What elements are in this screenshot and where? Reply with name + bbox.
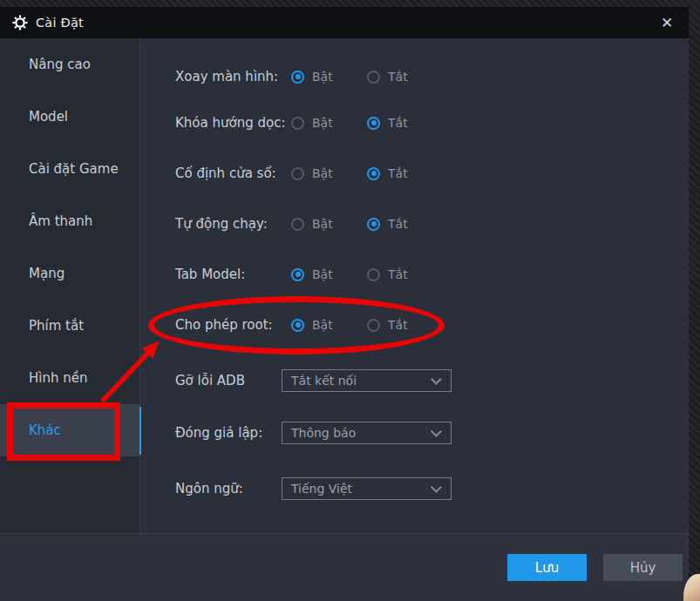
setting-row-go-loi-adb: Gỡ lỗi ADB Tắt kết nối bbox=[141, 369, 689, 392]
setting-row-tab-model: Tab Model: Bật Tắt bbox=[141, 266, 689, 283]
radio-icon[interactable] bbox=[367, 319, 380, 332]
radio-icon[interactable] bbox=[291, 319, 304, 332]
dialog-body: Nâng cao Model Cài đặt Game Âm thanh Mạn… bbox=[0, 38, 689, 533]
radio-option-on[interactable]: Bật bbox=[291, 114, 333, 132]
settings-content: Xoay màn hình: Bật Tắt Khóa hướng dọc: B… bbox=[141, 38, 689, 533]
close-emulator-dropdown[interactable]: Thông báo bbox=[282, 422, 452, 444]
save-button[interactable]: Lưu bbox=[507, 554, 587, 581]
radio-icon[interactable] bbox=[367, 268, 380, 281]
radio-option-off[interactable]: Tắt bbox=[367, 266, 408, 283]
sidebar-item-model[interactable]: Model bbox=[0, 91, 139, 143]
radio-option-off[interactable]: Tắt bbox=[367, 114, 408, 132]
setting-row-cho-phep-root: Cho phép root: Bật Tắt bbox=[141, 316, 689, 334]
radio-icon[interactable] bbox=[291, 218, 304, 231]
setting-row-ngon-ngu: Ngôn ngữ: Tiếng Việt bbox=[141, 477, 689, 500]
setting-label: Cho phép root: bbox=[175, 316, 273, 334]
sidebar-item-cai-dat-game[interactable]: Cài đặt Game bbox=[0, 143, 139, 195]
setting-label: Xoay màn hình: bbox=[175, 68, 278, 85]
radio-option-on[interactable]: Bật bbox=[291, 316, 333, 334]
radio-icon[interactable] bbox=[291, 71, 304, 84]
sidebar-item-mang[interactable]: Mạng bbox=[0, 247, 139, 300]
setting-row-dong-gia-lap: Đóng giả lập: Thông báo bbox=[141, 422, 689, 444]
radio-option-off[interactable]: Tắt bbox=[367, 68, 408, 85]
setting-row-xoay-man-hinh: Xoay màn hình: Bật Tắt bbox=[141, 68, 689, 85]
setting-label: Tự động chạy: bbox=[175, 215, 268, 233]
radio-icon[interactable] bbox=[291, 268, 304, 281]
setting-label: Tab Model: bbox=[175, 266, 245, 283]
radio-icon[interactable] bbox=[367, 71, 380, 84]
adb-debug-dropdown[interactable]: Tắt kết nối bbox=[282, 369, 452, 392]
radio-option-on[interactable]: Bật bbox=[291, 68, 333, 85]
radio-icon[interactable] bbox=[291, 167, 304, 180]
radio-option-on[interactable]: Bật bbox=[291, 266, 333, 283]
setting-label: Cố định cửa sổ: bbox=[175, 165, 276, 182]
radio-option-on[interactable]: Bật bbox=[291, 215, 333, 233]
sidebar-item-phim-tat[interactable]: Phím tắt bbox=[0, 300, 139, 352]
radio-icon[interactable] bbox=[291, 117, 304, 130]
setting-label: Gỡ lỗi ADB bbox=[175, 369, 245, 392]
sidebar-item-am-thanh[interactable]: Âm thanh bbox=[0, 195, 139, 247]
setting-label: Khóa hướng dọc: bbox=[175, 114, 285, 132]
sidebar-item-hinh-nen[interactable]: Hình nền bbox=[0, 352, 139, 404]
dialog-footer: Lưu Hủy bbox=[0, 533, 689, 601]
cancel-button[interactable]: Hủy bbox=[603, 554, 683, 581]
dialog-title: Cài Đặt bbox=[36, 16, 84, 30]
close-icon[interactable]: ✕ bbox=[652, 8, 682, 37]
language-dropdown[interactable]: Tiếng Việt bbox=[282, 477, 452, 500]
setting-label: Đóng giả lập: bbox=[175, 422, 262, 444]
screenshot-root: Cài Đặt ✕ Nâng cao Model Cài đặt Game Âm… bbox=[0, 0, 700, 601]
settings-dialog: Cài Đặt ✕ Nâng cao Model Cài đặt Game Âm… bbox=[0, 7, 689, 601]
gear-icon bbox=[12, 15, 28, 30]
radio-icon[interactable] bbox=[367, 218, 380, 231]
sidebar-item-khac[interactable]: Khác bbox=[0, 404, 139, 456]
setting-row-tu-dong-chay: Tự động chạy: Bật Tắt bbox=[141, 215, 689, 233]
radio-option-on[interactable]: Bật bbox=[291, 165, 333, 182]
radio-icon[interactable] bbox=[367, 167, 380, 180]
settings-sidebar: Nâng cao Model Cài đặt Game Âm thanh Mạn… bbox=[0, 38, 140, 533]
radio-option-off[interactable]: Tắt bbox=[367, 165, 408, 182]
setting-row-co-dinh-cua-so: Cố định cửa sổ: Bật Tắt bbox=[141, 165, 689, 182]
radio-icon[interactable] bbox=[367, 117, 380, 130]
setting-row-khoa-huong-doc: Khóa hướng dọc: Bật Tắt bbox=[141, 114, 689, 132]
sidebar-item-nang-cao[interactable]: Nâng cao bbox=[0, 38, 139, 91]
setting-label: Ngôn ngữ: bbox=[175, 477, 243, 500]
radio-option-off[interactable]: Tắt bbox=[367, 215, 408, 233]
radio-option-off[interactable]: Tắt bbox=[367, 316, 408, 334]
dialog-titlebar: Cài Đặt ✕ bbox=[0, 7, 689, 38]
